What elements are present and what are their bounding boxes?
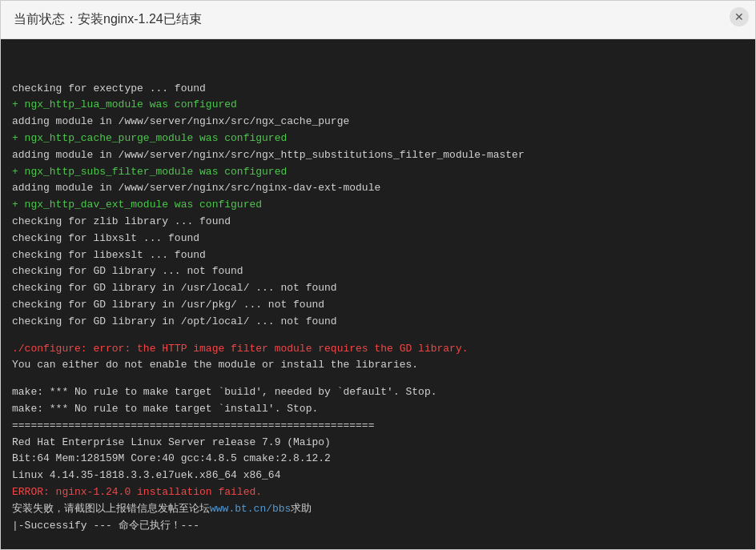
terminal-line: checking for GD library ... not found — [12, 263, 744, 280]
terminal-line: Red Hat Enterprise Linux Server release … — [12, 435, 744, 452]
terminal-line: ./configure: error: the HTTP image filte… — [12, 341, 744, 358]
terminal-line: adding module in /www/server/nginx/src/n… — [12, 147, 744, 164]
terminal-line: checking for GD library in /opt/local/ .… — [12, 314, 744, 331]
terminal-line: 安装失败，请截图以上报错信息发帖至论坛www.bt.cn/bbs求助 — [12, 501, 744, 518]
terminal-output: checking for exectype ... found+ ngx_htt… — [1, 39, 755, 549]
terminal-line: checking for GD library in /usr/local/ .… — [12, 280, 744, 297]
terminal-line: + ngx_http_subs_filter_module was config… — [12, 164, 744, 181]
terminal-line: ========================================… — [12, 418, 744, 435]
terminal-line — [12, 331, 744, 341]
terminal-line: + ngx_http_cache_purge_module was config… — [12, 130, 744, 147]
terminal-line: + ngx_http_dav_ext_module was configured — [12, 197, 744, 214]
terminal-line: checking for libxslt ... found — [12, 231, 744, 247]
terminal-line: adding module in /www/server/nginx/src/n… — [12, 114, 744, 130]
terminal-line: |-Successify --- 命令已执行！--- — [12, 518, 744, 535]
terminal-line: checking for zlib library ... found — [12, 214, 744, 231]
terminal-line: ERROR: nginx-1.24.0 installation failed. — [12, 484, 744, 501]
terminal-line: checking for GD library in /usr/pkg/ ...… — [12, 297, 744, 314]
terminal-line: + ngx_http_lua_module was configured — [12, 97, 744, 114]
title-bar: 当前状态：安装nginx-1.24已结束 ✕ — [1, 1, 755, 39]
terminal-line: checking for libexslt ... found — [12, 247, 744, 264]
terminal-line: make: *** No rule to make target `build'… — [12, 384, 744, 401]
terminal-line: You can either do not enable the module … — [12, 357, 744, 374]
terminal-line: checking for exectype ... found — [12, 81, 744, 98]
title-text: 当前状态：安装nginx-1.24已结束 — [14, 11, 202, 28]
terminal-line: make: *** No rule to make target `instal… — [12, 401, 744, 418]
url-link[interactable]: www.bt.cn/bbs — [210, 503, 291, 515]
terminal-line: Linux 4.14.35-1818.3.3.el7uek.x86_64 x86… — [12, 468, 744, 484]
terminal-line: adding module in /www/server/nginx/src/n… — [12, 180, 744, 197]
main-window: 当前状态：安装nginx-1.24已结束 ✕ checking for exec… — [0, 0, 756, 550]
close-button[interactable]: ✕ — [730, 7, 749, 26]
terminal-line — [12, 374, 744, 384]
terminal-line: Bit:64 Mem:128159M Core:40 gcc:4.8.5 cma… — [12, 451, 744, 468]
